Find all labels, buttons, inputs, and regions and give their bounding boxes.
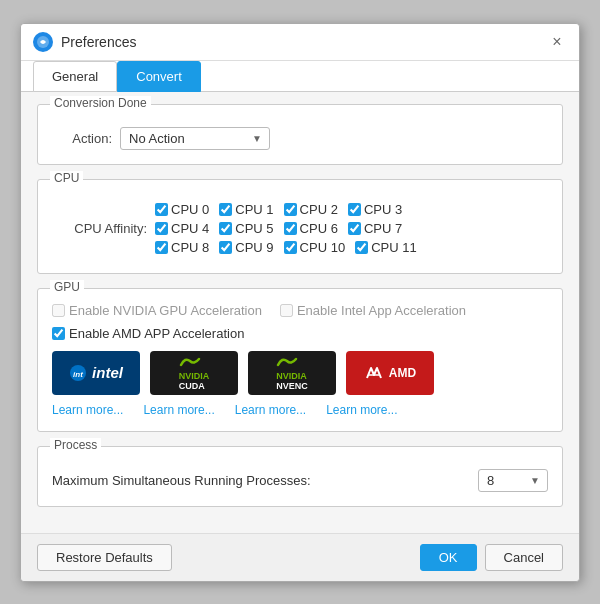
cpu-affinity-label-2: CPU Affinity: bbox=[52, 221, 147, 236]
cpu-check-6: CPU 6 bbox=[284, 221, 338, 236]
cpu-check-7: CPU 7 bbox=[348, 221, 402, 236]
nvidia-nvenc-line2: NVENC bbox=[276, 381, 308, 391]
action-select[interactable]: No Action Sleep Shutdown Exit Applicatio… bbox=[120, 127, 270, 150]
intel-app-check-item: Enable Intel App Acceleration bbox=[280, 303, 466, 318]
conversion-done-section: Conversion Done Action: No Action Sleep … bbox=[37, 104, 563, 165]
amd-app-check-item: Enable AMD APP Acceleration bbox=[52, 326, 244, 341]
intel-app-checkbox[interactable] bbox=[280, 304, 293, 317]
cpu-affinity-grid: CPU 0 CPU 1 CPU 2 CPU 3 bbox=[52, 202, 548, 255]
amd-logo-button[interactable]: AMD bbox=[346, 351, 434, 395]
process-section-title: Process bbox=[50, 438, 101, 452]
cancel-button[interactable]: Cancel bbox=[485, 544, 563, 571]
nvidia-nvenc-logo-button[interactable]: NVIDIA NVENC bbox=[248, 351, 336, 395]
intel-logo-button[interactable]: int intel bbox=[52, 351, 140, 395]
amd-app-checkbox[interactable] bbox=[52, 327, 65, 340]
cpu-8-checkbox[interactable] bbox=[155, 241, 168, 254]
cpu-section: CPU CPU 0 CPU 1 bbox=[37, 179, 563, 274]
dialog-title: Preferences bbox=[61, 34, 136, 50]
cpu-11-label: CPU 11 bbox=[371, 240, 417, 255]
nvidia-nvenc-line1: NVIDIA bbox=[276, 372, 308, 381]
cpu-8-label: CPU 8 bbox=[171, 240, 209, 255]
svg-text:int: int bbox=[73, 370, 83, 379]
action-select-wrapper: No Action Sleep Shutdown Exit Applicatio… bbox=[120, 127, 270, 150]
cpu-row-1: CPU 0 CPU 1 CPU 2 CPU 3 bbox=[52, 202, 548, 217]
cpu-check-2: CPU 2 bbox=[284, 202, 338, 217]
cpu-check-9: CPU 9 bbox=[219, 240, 273, 255]
cpu-check-10: CPU 10 bbox=[284, 240, 346, 255]
cpu-9-checkbox[interactable] bbox=[219, 241, 232, 254]
nvidia-cuda-line2: CUDA bbox=[179, 381, 210, 391]
action-row: Action: No Action Sleep Shutdown Exit Ap… bbox=[52, 127, 548, 150]
gpu-section: GPU Enable NVIDIA GPU Acceleration Enabl… bbox=[37, 288, 563, 432]
cpu-10-checkbox[interactable] bbox=[284, 241, 297, 254]
intel-app-label: Enable Intel App Acceleration bbox=[297, 303, 466, 318]
cpu-0-label: CPU 0 bbox=[171, 202, 209, 217]
process-select-wrapper: 1 2 4 6 8 12 16 ▼ bbox=[478, 469, 548, 492]
cpu-2-label: CPU 2 bbox=[300, 202, 338, 217]
amd-app-label: Enable AMD APP Acceleration bbox=[69, 326, 244, 341]
intel-label: intel bbox=[92, 364, 123, 381]
cpu-section-title: CPU bbox=[50, 171, 83, 185]
learn-more-row: Learn more... Learn more... Learn more..… bbox=[52, 403, 548, 417]
cpu-4-label: CPU 4 bbox=[171, 221, 209, 236]
cpu-row-2: CPU Affinity: CPU 4 CPU 5 CPU 6 bbox=[52, 221, 548, 236]
cpu-3-checkbox[interactable] bbox=[348, 203, 361, 216]
cpu-6-checkbox[interactable] bbox=[284, 222, 297, 235]
cpu-row-3: CPU 8 CPU 9 CPU 10 CPU 11 bbox=[52, 240, 548, 255]
title-bar: Preferences × bbox=[21, 24, 579, 61]
amd-option-row: Enable AMD APP Acceleration bbox=[52, 326, 548, 341]
dialog-footer: Restore Defaults OK Cancel bbox=[21, 533, 579, 581]
close-button[interactable]: × bbox=[547, 32, 567, 52]
nvidia-cuda-logo-button[interactable]: NVIDIA CUDA bbox=[150, 351, 238, 395]
amd-label: AMD bbox=[389, 366, 416, 380]
cpu-check-8: CPU 8 bbox=[155, 240, 209, 255]
preferences-dialog: Preferences × General Convert Conversion… bbox=[20, 23, 580, 582]
tab-bar: General Convert bbox=[21, 61, 579, 92]
tab-content: Conversion Done Action: No Action Sleep … bbox=[21, 92, 579, 533]
conversion-done-title: Conversion Done bbox=[50, 96, 151, 110]
nvidia-gpu-check-item: Enable NVIDIA GPU Acceleration bbox=[52, 303, 262, 318]
cpu-0-checkbox[interactable] bbox=[155, 203, 168, 216]
app-icon bbox=[33, 32, 53, 52]
cpu-check-3: CPU 3 bbox=[348, 202, 402, 217]
cpu-9-label: CPU 9 bbox=[235, 240, 273, 255]
cpu-check-0: CPU 0 bbox=[155, 202, 209, 217]
cpu-2-checkbox[interactable] bbox=[284, 203, 297, 216]
ok-button[interactable]: OK bbox=[420, 544, 477, 571]
footer-action-buttons: OK Cancel bbox=[420, 544, 563, 571]
nvidia-gpu-label: Enable NVIDIA GPU Acceleration bbox=[69, 303, 262, 318]
cpu-4-checkbox[interactable] bbox=[155, 222, 168, 235]
tab-convert[interactable]: Convert bbox=[117, 61, 201, 92]
gpu-section-title: GPU bbox=[50, 280, 84, 294]
cpu-1-label: CPU 1 bbox=[235, 202, 273, 217]
cpu-7-label: CPU 7 bbox=[364, 221, 402, 236]
cpu-6-label: CPU 6 bbox=[300, 221, 338, 236]
learn-more-amd[interactable]: Learn more... bbox=[326, 403, 397, 417]
cpu-check-11: CPU 11 bbox=[355, 240, 417, 255]
gpu-logo-row: int intel NVIDIA CUDA bbox=[52, 351, 548, 395]
process-section: Process Maximum Simultaneous Running Pro… bbox=[37, 446, 563, 507]
process-label: Maximum Simultaneous Running Processes: bbox=[52, 473, 311, 488]
action-label: Action: bbox=[52, 131, 112, 146]
cpu-check-1: CPU 1 bbox=[219, 202, 273, 217]
cpu-check-5: CPU 5 bbox=[219, 221, 273, 236]
cpu-11-checkbox[interactable] bbox=[355, 241, 368, 254]
cpu-10-label: CPU 10 bbox=[300, 240, 346, 255]
cpu-1-checkbox[interactable] bbox=[219, 203, 232, 216]
learn-more-nvidia-nvenc[interactable]: Learn more... bbox=[235, 403, 306, 417]
tab-general[interactable]: General bbox=[33, 61, 117, 92]
cpu-7-checkbox[interactable] bbox=[348, 222, 361, 235]
gpu-top-options: Enable NVIDIA GPU Acceleration Enable In… bbox=[52, 303, 548, 318]
cpu-5-label: CPU 5 bbox=[235, 221, 273, 236]
restore-defaults-button[interactable]: Restore Defaults bbox=[37, 544, 172, 571]
nvidia-gpu-checkbox[interactable] bbox=[52, 304, 65, 317]
cpu-5-checkbox[interactable] bbox=[219, 222, 232, 235]
cpu-check-4: CPU 4 bbox=[155, 221, 209, 236]
cpu-3-label: CPU 3 bbox=[364, 202, 402, 217]
process-row: Maximum Simultaneous Running Processes: … bbox=[52, 469, 548, 492]
process-count-select[interactable]: 1 2 4 6 8 12 16 bbox=[478, 469, 548, 492]
learn-more-nvidia-cuda[interactable]: Learn more... bbox=[143, 403, 214, 417]
nvidia-cuda-line1: NVIDIA bbox=[179, 372, 210, 381]
learn-more-intel[interactable]: Learn more... bbox=[52, 403, 123, 417]
